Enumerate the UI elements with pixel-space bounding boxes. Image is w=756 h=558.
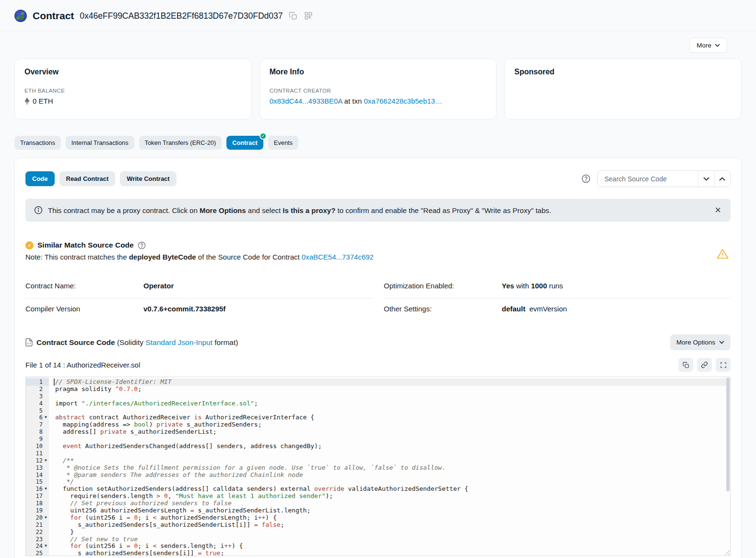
compiler-version-row: Compiler Version v0.7.6+commit.7338295f	[25, 298, 372, 321]
tab-internal-transactions[interactable]: Internal Transactions	[66, 136, 134, 150]
expand-icon	[720, 362, 727, 368]
file-actions	[678, 358, 731, 372]
file-info-row: File 1 of 14 : AuthorizedReceiver.sol	[25, 358, 731, 372]
info-cards: Overview ETH BALANCE 0 ETH More Info CON…	[14, 59, 742, 119]
creator-address-link[interactable]: 0x83dC44...4933BE0A	[270, 97, 343, 105]
contract-creator-value: 0x83dC44...4933BE0A at txn 0xa7662428c3b…	[270, 97, 487, 105]
source-code-heading: Contract Source Code (Solidity Standard …	[36, 338, 238, 347]
link-icon	[701, 361, 708, 368]
tab-contract-label: Contract	[232, 139, 258, 146]
question-icon[interactable]	[138, 241, 146, 249]
page-title: Contract	[33, 10, 74, 22]
copy-address-icon[interactable]	[289, 12, 297, 20]
eth-balance-value: 0 ETH	[24, 97, 242, 105]
compiler-version-label: Compiler Version	[25, 305, 143, 313]
contract-address: 0x46eFF99CAB332f1B2EB2Ff6813D67e7D30FDd0…	[80, 11, 283, 21]
more-button-label: More	[697, 42, 711, 49]
creator-middle-text: at txn	[342, 97, 364, 105]
eth-balance-label: ETH BALANCE	[24, 88, 242, 94]
search-source-group	[597, 170, 731, 187]
qr-code-icon[interactable]	[304, 12, 313, 20]
sponsored-card: Sponsored	[504, 59, 742, 119]
verified-check-badge: ✓	[260, 132, 267, 140]
source-code-editor[interactable]: 123456▼789101112▼13141516▼17181920▼21222…	[25, 377, 731, 556]
chevron-down-icon	[703, 177, 709, 181]
creator-txn-link[interactable]: 0xa7662428c3b5eb13…	[364, 97, 442, 105]
other-settings-row: Other Settings: default evmVersion	[384, 298, 731, 321]
code-scrollbar[interactable]	[726, 378, 730, 555]
other-settings-value: default evmVersion	[502, 305, 567, 313]
search-area	[581, 170, 731, 187]
help-icon[interactable]	[581, 174, 591, 183]
copy-icon	[683, 362, 689, 368]
proxy-notice: This contract may be a proxy contract. C…	[25, 199, 731, 222]
optimization-label: Optimization Enabled:	[384, 282, 502, 290]
overview-card: Overview ETH BALANCE 0 ETH	[14, 59, 252, 119]
chevron-down-icon	[715, 44, 720, 47]
fold-toggle-icon[interactable]: ▼	[43, 457, 49, 464]
file-code-icon	[25, 338, 33, 346]
more-info-card-title: More Info	[270, 68, 487, 76]
fold-toggle-icon[interactable]: ▼	[43, 514, 49, 522]
search-source-input[interactable]	[598, 171, 698, 187]
more-button[interactable]: More	[689, 38, 727, 53]
similar-match-check-icon: ✓	[25, 241, 34, 249]
contract-meta-grid: Contract Name: Operator Optimization Ena…	[25, 275, 731, 321]
optimization-value: Yes with 1000 runs	[502, 282, 563, 290]
tab-transactions[interactable]: Transactions	[14, 136, 61, 150]
compiler-version-value: v0.7.6+commit.7338295f	[143, 305, 225, 313]
sponsored-card-title: Sponsored	[514, 68, 732, 76]
contract-avatar	[14, 10, 27, 22]
contract-creator-label: CONTRACT CREATOR	[270, 88, 487, 94]
contract-name-label: Contract Name:	[25, 282, 143, 290]
search-prev-button[interactable]	[714, 171, 731, 187]
permalink-button[interactable]	[697, 358, 712, 372]
fold-toggle-icon[interactable]: ▼	[43, 543, 49, 550]
similar-match-section: ✓ Similar Match Source Code Note: This c…	[25, 241, 731, 261]
bytecode-contract-link[interactable]: 0xaBCE54...7374c692	[302, 253, 374, 261]
contract-panel: Code Read Contract Write Contract This c…	[14, 157, 742, 558]
scrollbar-thumb[interactable]	[726, 378, 730, 491]
similar-match-title: Similar Match Source Code	[37, 241, 134, 249]
info-icon	[34, 206, 43, 214]
overview-card-title: Overview	[24, 68, 242, 76]
contract-name-row: Contract Name: Operator	[25, 275, 372, 298]
other-settings-label: Other Settings:	[384, 305, 502, 313]
tab-token-transfers[interactable]: Token Transfers (ERC-20)	[139, 136, 222, 150]
eth-diamond-icon	[24, 97, 30, 105]
copy-source-button[interactable]	[678, 358, 693, 372]
fold-toggle-icon[interactable]: ▼	[43, 414, 49, 421]
file-info-text: File 1 of 14 : AuthorizedReceiver.sol	[25, 361, 140, 369]
similar-match-note: Note: This contract matches the deployed…	[25, 253, 731, 261]
search-next-button[interactable]	[698, 171, 714, 187]
code-gutter: 123456▼789101112▼13141516▼17181920▼21222…	[26, 377, 49, 556]
more-row: More	[14, 38, 727, 53]
fold-toggle-icon[interactable]: ▼	[43, 486, 49, 493]
subtab-write-contract[interactable]: Write Contract	[120, 171, 176, 186]
more-info-card: More Info CONTRACT CREATOR 0x83dC44...49…	[260, 59, 497, 119]
proxy-notice-text: This contract may be a proxy contract. C…	[48, 206, 551, 214]
more-options-label: More Options	[676, 339, 715, 346]
contract-name-value: Operator	[143, 282, 174, 290]
optimization-row: Optimization Enabled: Yes with 1000 runs	[384, 275, 731, 298]
tab-contract[interactable]: Contract ✓	[226, 136, 263, 150]
code-lines: // SPDX-License-Identifier: MITpragma so…	[49, 377, 730, 556]
close-icon[interactable]: ×	[714, 205, 722, 215]
expand-button[interactable]	[716, 358, 731, 372]
json-input-link[interactable]: Standard Json-Input	[145, 338, 213, 346]
tab-events[interactable]: Events	[268, 136, 298, 150]
eth-balance-text: 0 ETH	[33, 97, 53, 105]
subtab-code[interactable]: Code	[25, 171, 55, 186]
chevron-up-icon	[719, 177, 725, 181]
chevron-down-icon	[719, 341, 724, 344]
subtab-read-contract[interactable]: Read Contract	[59, 171, 116, 186]
page-header: Contract 0x46eFF99CAB332f1B2EB2Ff6813D67…	[0, 0, 756, 31]
warning-icon[interactable]	[717, 249, 729, 261]
source-code-heading-row: Contract Source Code (Solidity Standard …	[25, 334, 731, 350]
code-subtabs-row: Code Read Contract Write Contract	[25, 170, 731, 187]
tab-bar: Transactions Internal Transactions Token…	[14, 136, 742, 150]
more-options-button[interactable]: More Options	[670, 334, 731, 350]
